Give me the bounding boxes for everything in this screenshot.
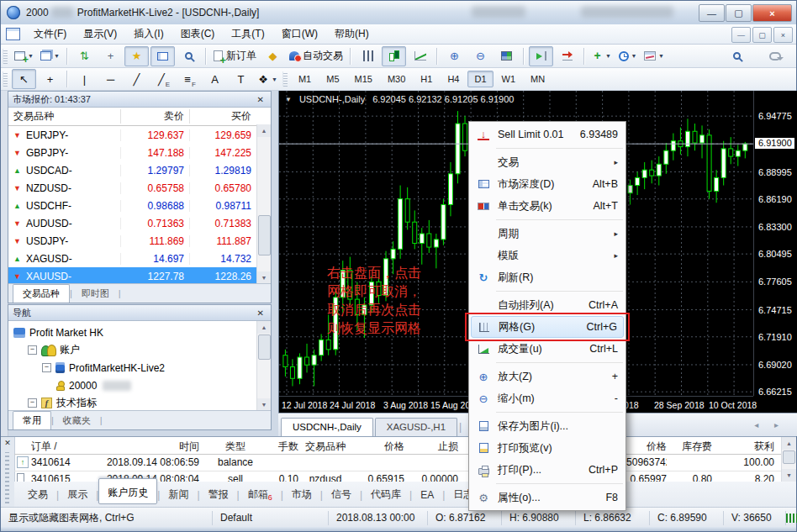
terminal-tab-展示[interactable]: 展示 — [59, 484, 96, 505]
terminal-tab-信号[interactable]: 信号 — [323, 484, 360, 505]
market-watch-column-headers[interactable]: 交易品种卖价买价 — [8, 108, 271, 126]
terminal-column-5[interactable]: 价格 — [352, 440, 404, 454]
period-button-H4[interactable]: H4 — [441, 71, 466, 87]
context-menu-item-市场深度(D)[interactable]: 市场深度(D)Alt+B — [469, 173, 625, 195]
market-watch-column-1[interactable]: 卖价 — [121, 109, 190, 124]
terminal-tab-新闻[interactable]: 新闻 — [160, 484, 197, 505]
context-menu-item-模版[interactable]: 模版▸ — [469, 245, 625, 266]
period-button-M30[interactable]: M30 — [381, 71, 412, 87]
context-menu-item-刷新(R)[interactable]: ↻刷新(R) — [469, 266, 625, 288]
market-watch-row-AUDUSD-[interactable]: ▼AUDUSD-0.713630.71383 — [8, 214, 271, 232]
market-watch-column-2[interactable]: 买价 — [190, 109, 256, 124]
dropdown-caret-icon[interactable]: ▼ — [54, 53, 60, 59]
dropdown-caret-icon[interactable]: ▼ — [658, 53, 664, 59]
context-menu-item-Sell Limit 0.01[interactable]: ↓Sell Limit 0.016.93489 — [469, 124, 625, 145]
tree-expander-icon[interactable]: − — [28, 345, 37, 355]
auto-scroll-button[interactable] — [555, 46, 579, 66]
nav-item-4[interactable]: −f技术指标 — [8, 394, 271, 412]
scroll-thumb[interactable] — [258, 215, 271, 255]
dropdown-caret-icon[interactable]: ▼ — [631, 53, 637, 59]
market-watch-row-USDJPY-[interactable]: ▼USDJPY-111.869111.887 — [8, 232, 271, 250]
market-watch-row-XAUUSD-[interactable]: ▼XAUUSD-1227.781228.26 — [8, 267, 271, 285]
toolbar-grip[interactable] — [3, 49, 8, 64]
close-icon[interactable]: ✕ — [255, 308, 267, 318]
autotrading-button[interactable]: 自动交易 — [287, 46, 346, 66]
trendline-button[interactable]: ╱ — [124, 69, 149, 89]
chart-tab-1[interactable]: XAGUSD-,H1 — [375, 418, 457, 436]
context-menu-item-属性(o)...[interactable]: ⚙属性(o)...F8 — [469, 487, 625, 508]
dropdown-caret-icon[interactable]: ▼ — [28, 53, 34, 59]
drag-handle[interactable] — [5, 452, 9, 503]
mdi-close-button[interactable]: × — [773, 27, 793, 43]
candlestick-chart-button[interactable] — [382, 46, 406, 66]
terminal-tab-EA[interactable]: EA — [412, 486, 442, 504]
terminal-column-1[interactable]: 时间 — [92, 440, 199, 454]
nav-item-2[interactable]: −ProfitMarketHK-Live2 — [8, 359, 271, 377]
scroll-thumb[interactable] — [783, 450, 795, 464]
templates-button[interactable]: ▼ — [641, 46, 667, 66]
toolbar-grip[interactable] — [3, 71, 8, 87]
terminal-column-10[interactable]: 获利 — [714, 440, 774, 454]
equidistant-channel-button[interactable]: ╱E — [150, 69, 175, 89]
terminal-column-9[interactable]: 库存费 — [668, 440, 712, 454]
horizontal-line-button[interactable]: ─ — [98, 69, 123, 89]
data-window-button[interactable]: + — [98, 46, 123, 66]
terminal-column-2[interactable]: 类型 — [203, 440, 268, 454]
menu-item-2[interactable]: 插入(I) — [125, 24, 172, 44]
scroll-up-icon[interactable]: ▲ — [257, 124, 271, 137]
terminal-tab-警报[interactable]: 警报 — [200, 484, 237, 505]
terminal-tab-市场[interactable]: 市场 — [283, 484, 320, 505]
text-label-button[interactable]: T — [229, 69, 253, 89]
shift-chart-end-button[interactable] — [529, 46, 553, 66]
tree-expander-icon[interactable]: − — [42, 363, 51, 372]
market-watch-toggle-button[interactable]: ⇅ — [72, 46, 97, 66]
window-restore-button[interactable]: ▢ — [726, 4, 752, 22]
navigator-scrollbar[interactable]: ▲ ▼ — [256, 321, 271, 411]
price-axis[interactable]: 6.947756.919006.889956.861906.833006.804… — [753, 91, 797, 396]
tile-windows-button[interactable] — [494, 46, 519, 66]
periods-button[interactable]: ▼ — [615, 46, 640, 66]
market-watch-row-EURJPY-[interactable]: ▼EURJPY-129.637129.659 — [8, 126, 271, 144]
period-button-H1[interactable]: H1 — [414, 71, 439, 87]
vertical-line-button[interactable]: | — [72, 69, 97, 89]
menu-item-5[interactable]: 窗口(W) — [273, 24, 326, 44]
period-button-D1[interactable]: D1 — [467, 71, 493, 87]
market-watch-tab-1[interactable]: 即时图 — [72, 285, 119, 303]
navigator-toggle-button[interactable]: ★ — [124, 46, 149, 66]
chart-tab-0[interactable]: USDCNH-,Daily — [281, 418, 373, 436]
menu-item-4[interactable]: 工具(T) — [223, 24, 272, 44]
navigator-tab-1[interactable]: 收藏夹 — [54, 412, 100, 429]
context-menu-item-单击交易(k)[interactable]: 单击交易(k)Alt+T — [469, 195, 625, 217]
metaeditor-button[interactable]: ◆ — [261, 46, 285, 66]
scroll-thumb[interactable] — [258, 334, 271, 360]
menu-item-1[interactable]: 显示(V) — [75, 24, 125, 44]
scroll-up-icon[interactable]: ▲ — [257, 321, 271, 334]
scroll-up-icon[interactable]: ▲ — [782, 437, 796, 450]
indicators-button[interactable]: ▼ — [589, 46, 614, 66]
text-button[interactable]: A — [203, 69, 227, 89]
menu-item-6[interactable]: 帮助(H) — [326, 24, 377, 44]
period-button-M1[interactable]: M1 — [292, 71, 318, 87]
terminal-column-3[interactable]: 手数 — [267, 440, 298, 454]
scroll-down-icon[interactable]: ▼ — [257, 398, 271, 411]
period-button-M15[interactable]: M15 — [348, 71, 379, 87]
market-watch-row-USDCAD-[interactable]: ▲USDCAD-1.297971.29819 — [8, 161, 271, 179]
context-menu-item-放大(Z)[interactable]: ⊕放大(Z)+ — [469, 366, 625, 387]
terminal-column-4[interactable]: 交易品种 — [300, 440, 351, 454]
terminal-column-0[interactable]: 订单 / — [31, 440, 90, 454]
line-chart-button[interactable] — [408, 46, 432, 66]
context-menu-item-保存为图片(i)...[interactable]: 保存为图片(i)... — [469, 415, 625, 437]
context-menu-item-缩小(m)[interactable]: ⊖缩小(m)- — [469, 387, 625, 409]
context-menu-item-成交量(u)[interactable]: 成交量(u)Ctrl+L — [469, 338, 625, 360]
mdi-restore-button[interactable]: ▢ — [752, 27, 772, 43]
fibonacci-button[interactable]: ≡F — [177, 69, 201, 89]
terminal-tab-代码库[interactable]: 代码库 — [362, 484, 409, 505]
nav-item-3[interactable]: 20000 — [8, 377, 271, 394]
market-watch-column-0[interactable]: 交易品种 — [8, 109, 121, 124]
scroll-down-icon[interactable]: ▼ — [257, 271, 271, 284]
cursor-button[interactable]: ↖ — [12, 69, 36, 89]
navigator-tab-0[interactable]: 常用 — [13, 411, 51, 429]
chart-tab-scroll-arrows[interactable]: ◂ ▸ — [754, 420, 785, 429]
tree-expander-icon[interactable]: − — [28, 398, 37, 408]
context-menu-item-交易[interactable]: 交易▸ — [469, 151, 625, 173]
